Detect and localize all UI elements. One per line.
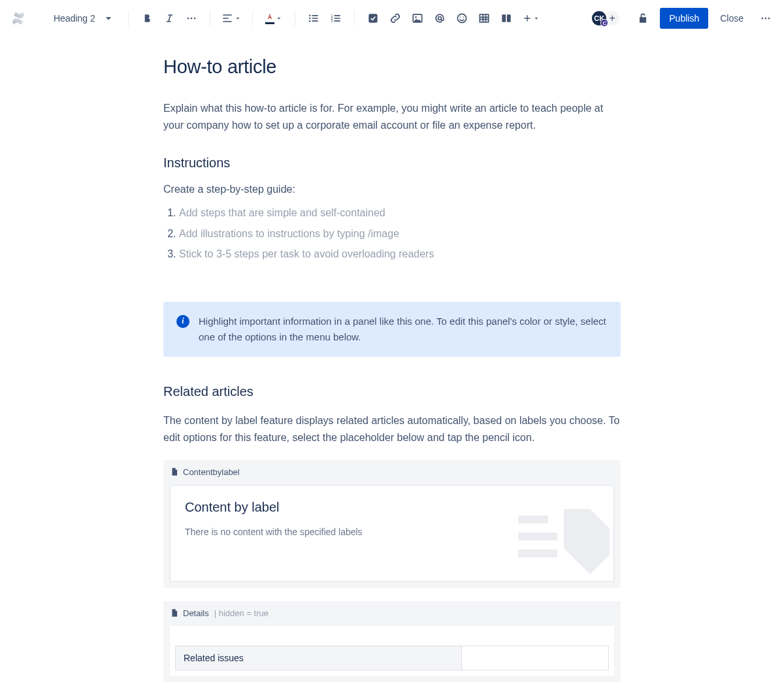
svg-point-5 [309,20,311,22]
svg-text:3: 3 [331,19,333,23]
svg-rect-22 [518,533,557,540]
svg-point-11 [415,16,417,18]
text-style-select[interactable]: Heading 2 [48,8,120,29]
svg-point-18 [762,18,764,20]
macro-body[interactable]: Content by label There is no content wit… [170,485,614,582]
svg-rect-16 [502,14,506,22]
list-item: Add steps that are simple and self-conta… [179,205,621,222]
svg-point-12 [457,14,466,22]
action-item-button[interactable] [363,8,384,29]
more-formatting-button[interactable] [181,8,202,29]
separator [128,10,129,26]
macro-header-label: Details [183,608,209,618]
unlock-icon [636,12,649,25]
svg-rect-17 [507,14,511,22]
svg-point-19 [765,18,767,20]
macro-header-label: Contentbylabel [183,467,240,477]
svg-point-2 [193,18,195,20]
macro-body[interactable]: Related issues [170,626,614,676]
document-icon [170,608,179,618]
info-icon: i [176,315,189,328]
image-button[interactable] [407,8,428,29]
insert-button[interactable] [518,8,544,29]
mention-button[interactable] [429,8,450,29]
details-macro[interactable]: Details | hidden = true Related issues [163,601,621,682]
macro-header: Details | hidden = true [170,606,614,619]
avatar-stack: CK C + [591,10,621,27]
svg-point-0 [187,18,189,20]
publish-button[interactable]: Publish [660,8,708,29]
intro-paragraph[interactable]: Explain what this how-to article is for.… [163,100,621,133]
table-cell[interactable] [461,646,608,670]
text-color-button[interactable] [261,8,287,29]
table-button[interactable] [474,8,495,29]
separator [295,10,295,26]
table-header-cell[interactable]: Related issues [176,646,462,670]
numbered-list-button[interactable]: 123 [325,8,346,29]
svg-point-4 [309,18,311,20]
restrictions-button[interactable] [632,8,653,29]
user-avatar[interactable]: CK C [591,10,608,27]
label-illustration-icon [518,509,610,574]
emoji-button[interactable] [451,8,472,29]
table-row: Related issues [176,646,609,670]
text-style-label: Heading 2 [54,13,95,24]
details-table[interactable]: Related issues [175,646,609,670]
list-item: Stick to 3-5 steps per task to avoid ove… [179,246,621,263]
macro-header-meta: | hidden = true [214,608,269,618]
chevron-down-icon [532,14,540,22]
close-button[interactable]: Close [715,8,749,29]
more-actions-button[interactable] [755,8,776,29]
instructions-list[interactable]: Add steps that are simple and self-conta… [163,205,621,263]
svg-rect-9 [368,14,377,22]
editor-toolbar: Heading 2 123 [0,0,784,37]
instructions-heading[interactable]: Instructions [163,156,621,171]
page-title[interactable]: How-to article [163,56,621,78]
info-panel[interactable]: i Highlight important information in a p… [163,302,621,357]
separator [354,10,355,26]
editor-content[interactable]: How-to article Explain what this how-to … [163,56,621,682]
svg-point-13 [459,17,461,18]
confluence-logo-icon[interactable] [10,10,26,26]
svg-rect-23 [518,550,557,557]
layouts-button[interactable] [496,8,517,29]
svg-rect-15 [480,14,488,22]
panel-text[interactable]: Highlight important information in a pan… [199,314,608,345]
related-intro[interactable]: The content by label feature displays re… [163,412,621,446]
svg-point-14 [463,17,464,18]
bold-button[interactable] [137,8,157,29]
content-by-label-macro[interactable]: Contentbylabel Content by label There is… [163,460,621,588]
bullet-list-button[interactable] [303,8,324,29]
svg-point-20 [768,18,770,20]
svg-rect-21 [518,516,548,523]
document-icon [170,467,179,477]
macro-header: Contentbylabel [170,465,614,478]
separator [210,10,210,26]
chevron-down-icon [275,14,283,22]
chevron-down-icon [234,14,242,22]
svg-point-1 [190,18,192,20]
list-item: Add illustrations to instructions by typ… [179,225,621,242]
instructions-sub[interactable]: Create a step-by-step guide: [163,184,621,195]
separator [252,10,253,26]
italic-button[interactable] [159,8,180,29]
related-heading[interactable]: Related articles [163,384,621,399]
svg-point-3 [309,15,311,17]
align-button[interactable] [218,8,244,29]
chevron-down-icon [102,12,115,25]
link-button[interactable] [385,8,406,29]
